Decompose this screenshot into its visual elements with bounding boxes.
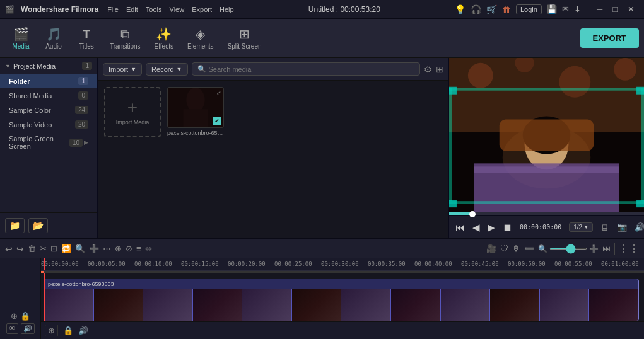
- import-media-button[interactable]: + Import Media: [104, 87, 161, 137]
- tab-audio[interactable]: 🎵 Audio: [38, 24, 69, 52]
- preview-video: [449, 58, 644, 212]
- sidebar-item-shared-media[interactable]: Shared Media 0: [0, 88, 97, 103]
- svg-rect-18: [449, 88, 644, 91]
- timeline-cam-icon[interactable]: 🎥: [486, 244, 496, 253]
- track-lock-icon[interactable]: 🔒: [20, 311, 30, 321]
- timeline-vol-icon[interactable]: 🔊: [78, 326, 88, 335]
- new-folder-button[interactable]: 📁: [5, 218, 25, 233]
- import-dropdown[interactable]: Import ▼: [103, 63, 142, 76]
- screen-icon[interactable]: 🖥: [600, 222, 609, 233]
- app-name: Wondershare Filmora: [21, 5, 98, 14]
- crop-button[interactable]: ⊡: [50, 244, 57, 253]
- menu-export[interactable]: Export: [192, 6, 212, 13]
- video-clip[interactable]: pexels-cottonbro-6593803: [44, 279, 639, 321]
- project-media-header[interactable]: ▼ Project Media 1: [0, 58, 97, 74]
- delete-folder-button[interactable]: 📂: [28, 218, 48, 233]
- svg-rect-15: [474, 166, 619, 173]
- zoom-plus-icon[interactable]: ➕: [589, 244, 599, 253]
- trash-icon[interactable]: 🗑: [502, 4, 511, 14]
- search-input[interactable]: [209, 66, 415, 73]
- menu-tools[interactable]: Tools: [146, 6, 162, 13]
- effects-icon: ✨: [156, 26, 172, 42]
- tab-effects[interactable]: ✨ Effects: [148, 24, 180, 52]
- search-box[interactable]: 🔍: [192, 62, 421, 76]
- save-icon[interactable]: 💾: [547, 4, 557, 14]
- timeline-end-icon[interactable]: ⏭: [602, 244, 611, 253]
- filter-icon[interactable]: ⚙: [424, 64, 432, 74]
- playhead-marker: [44, 258, 45, 270]
- remove-button[interactable]: ⊘: [126, 244, 132, 253]
- timeline-mic-icon[interactable]: 🎙: [512, 244, 520, 253]
- volume-icon[interactable]: 🔊: [635, 222, 644, 232]
- svg-point-8: [559, 66, 590, 98]
- tab-transitions[interactable]: ⧉ Transitions: [103, 25, 147, 52]
- menu-help[interactable]: Help: [220, 6, 234, 13]
- svg-rect-17: [641, 88, 644, 201]
- sidebar-item-folder[interactable]: Folder 1: [0, 74, 97, 88]
- menu-view[interactable]: View: [170, 6, 185, 13]
- mail-icon[interactable]: ✉: [562, 4, 569, 14]
- tab-titles[interactable]: T Titles: [71, 25, 102, 52]
- zoom-slider-container[interactable]: 🔍 ➕: [538, 244, 599, 253]
- timeline-ruler: 00:00:00:00 00:00:05:00 00:00:10:00 00:0…: [41, 258, 644, 271]
- minimize-button[interactable]: ─: [592, 3, 607, 15]
- export-button[interactable]: EXPORT: [580, 28, 639, 48]
- prev-frame-button[interactable]: ◀: [472, 222, 480, 233]
- maximize-button[interactable]: □: [608, 3, 622, 15]
- redo-button[interactable]: ↪: [16, 244, 24, 254]
- track-visibility-icon[interactable]: 👁: [6, 323, 18, 334]
- tab-elements[interactable]: ◈ Elements: [181, 24, 220, 52]
- zoom-out-button[interactable]: 🔍: [75, 244, 85, 253]
- track-add-icon[interactable]: ⊕: [11, 311, 18, 321]
- zoom-slider[interactable]: [549, 248, 587, 250]
- undo-button[interactable]: ↩: [5, 244, 13, 254]
- grid-view-icon[interactable]: ⊞: [436, 64, 443, 74]
- lightbulb-icon[interactable]: 💡: [455, 4, 465, 14]
- timeline-menu-icon[interactable]: ⋮⋮: [614, 243, 639, 255]
- track-audio-icon[interactable]: 🔊: [21, 323, 35, 334]
- timeline-shield-icon[interactable]: 🛡: [500, 244, 508, 253]
- media-thumb-placeholder: ⤢ ✓: [167, 87, 224, 128]
- rewind-button[interactable]: ⏮: [455, 222, 465, 233]
- cut-button[interactable]: ✂: [40, 244, 47, 253]
- titlebar: 🎬 Wondershare Filmora File Edit Tools Vi…: [0, 0, 644, 19]
- search-icon: 🔍: [197, 65, 206, 73]
- stretch-button[interactable]: ⇔: [145, 244, 152, 253]
- download-icon[interactable]: ⬇: [574, 4, 581, 14]
- play-button[interactable]: ▶: [488, 222, 495, 233]
- main-body: ▼ Project Media 1 Folder 1 Shared Media …: [0, 58, 644, 238]
- sidebar-item-sample-color[interactable]: Sample Color 24: [0, 103, 97, 117]
- sidebar-item-sample-green-screen[interactable]: Sample Green Screen 10 ▶: [0, 132, 97, 153]
- svg-rect-20: [449, 87, 457, 95]
- close-button[interactable]: ✕: [623, 3, 639, 15]
- stop-button[interactable]: ⏹: [503, 222, 512, 233]
- media-item[interactable]: ⤢ ✓ pexels-cottonbro-65938...: [167, 87, 224, 137]
- zoom-minus-icon[interactable]: 🔍: [538, 244, 547, 253]
- timeline-minus-icon[interactable]: ➖: [524, 244, 534, 253]
- sidebar-item-sample-video[interactable]: Sample Video 20: [0, 117, 97, 132]
- expand-icon: ⤢: [216, 89, 221, 96]
- timeline-add-track-icon[interactable]: ⊕: [45, 325, 58, 336]
- record-dropdown[interactable]: Record ▼: [146, 63, 187, 76]
- main-toolbar: 🎬 Media 🎵 Audio T Titles ⧉ Transitions ✨…: [0, 19, 644, 58]
- cart-icon[interactable]: 🛒: [486, 4, 497, 14]
- headphones-icon[interactable]: 🎧: [471, 4, 481, 14]
- rotate-button[interactable]: 🔁: [61, 244, 71, 253]
- tab-split-screen[interactable]: ⊞ Split Screen: [221, 24, 268, 52]
- tab-media[interactable]: 🎬 Media: [5, 24, 37, 52]
- add-button[interactable]: ⊕: [115, 244, 122, 253]
- elements-icon: ◈: [196, 26, 205, 42]
- login-button[interactable]: Login: [516, 4, 542, 14]
- zoom-in-button[interactable]: ➕: [89, 244, 99, 253]
- camera-icon[interactable]: 📷: [617, 222, 627, 232]
- more-button[interactable]: ⋯: [103, 244, 111, 253]
- delete-button[interactable]: 🗑: [28, 244, 36, 253]
- preview-progress-bar[interactable]: [449, 212, 644, 215]
- menu-file[interactable]: File: [107, 6, 119, 13]
- menu-edit[interactable]: Edit: [126, 6, 138, 13]
- align-button[interactable]: ≡: [136, 244, 141, 253]
- frame-indicator[interactable]: 1/2 ▼: [569, 222, 593, 232]
- timeline-lock-icon[interactable]: 🔒: [63, 326, 73, 335]
- titlebar-icons: 💡 🎧 🛒 🗑 Login 💾 ✉ ⬇: [455, 4, 581, 14]
- svg-point-9: [614, 58, 636, 81]
